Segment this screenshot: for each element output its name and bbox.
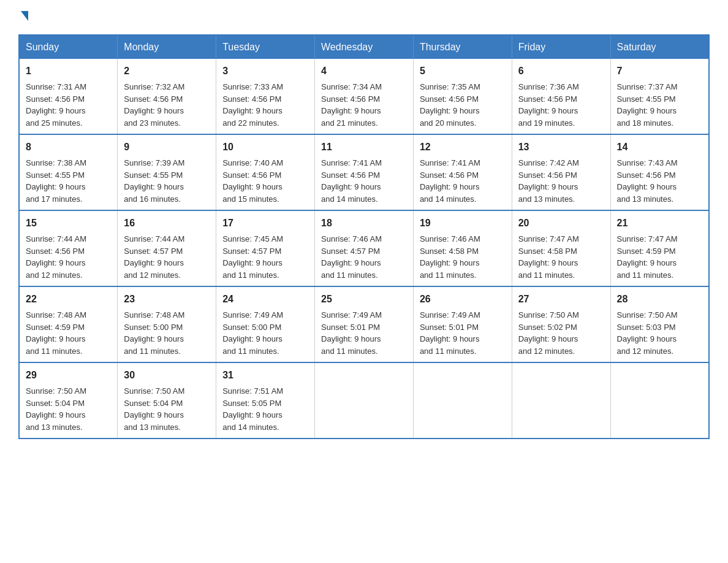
day-sunrise: Sunrise: 7:42 AM xyxy=(518,158,579,167)
day-sunrise: Sunrise: 7:47 AM xyxy=(617,234,678,243)
day-sunset: Sunset: 5:05 PM xyxy=(222,399,281,408)
day-sunset: Sunset: 4:58 PM xyxy=(518,247,577,256)
calendar-day-cell: 23Sunrise: 7:48 AMSunset: 5:00 PMDayligh… xyxy=(118,286,216,362)
day-daylight2: and 11 minutes. xyxy=(420,270,477,280)
day-of-week-header: Wednesday xyxy=(315,35,414,59)
day-daylight: Daylight: 9 hours xyxy=(518,182,578,191)
day-number: 9 xyxy=(124,140,210,155)
day-daylight2: and 15 minutes. xyxy=(222,194,279,204)
day-daylight2: and 13 minutes. xyxy=(124,423,181,432)
day-number: 6 xyxy=(518,64,604,79)
calendar-day-cell: 20Sunrise: 7:47 AMSunset: 4:58 PMDayligh… xyxy=(512,210,610,286)
calendar-day-cell: 5Sunrise: 7:35 AMSunset: 4:56 PMDaylight… xyxy=(413,59,512,134)
calendar-day-cell: 4Sunrise: 7:34 AMSunset: 4:56 PMDaylight… xyxy=(315,59,414,134)
day-daylight: Daylight: 9 hours xyxy=(222,182,282,191)
day-daylight: Daylight: 9 hours xyxy=(222,334,282,343)
day-sunset: Sunset: 4:56 PM xyxy=(617,170,676,180)
day-number: 16 xyxy=(124,216,210,231)
day-daylight2: and 23 minutes. xyxy=(124,118,181,128)
day-sunrise: Sunrise: 7:41 AM xyxy=(420,158,480,167)
calendar-table: SundayMondayTuesdayWednesdayThursdayFrid… xyxy=(18,34,710,439)
day-daylight2: and 11 minutes. xyxy=(420,347,477,356)
calendar-day-cell: 29Sunrise: 7:50 AMSunset: 5:04 PMDayligh… xyxy=(19,362,118,439)
day-sunset: Sunset: 5:01 PM xyxy=(420,323,479,332)
calendar-header-row: SundayMondayTuesdayWednesdayThursdayFrid… xyxy=(19,35,709,59)
day-number: 14 xyxy=(617,140,702,155)
calendar-day-cell: 11Sunrise: 7:41 AMSunset: 4:56 PMDayligh… xyxy=(315,134,414,210)
day-daylight: Daylight: 9 hours xyxy=(124,106,184,115)
day-sunrise: Sunrise: 7:50 AM xyxy=(124,386,184,396)
day-daylight: Daylight: 9 hours xyxy=(321,182,381,191)
day-number: 5 xyxy=(420,64,506,79)
day-sunset: Sunset: 4:56 PM xyxy=(321,94,380,104)
calendar-day-cell: 6Sunrise: 7:36 AMSunset: 4:56 PMDaylight… xyxy=(512,59,610,134)
day-sunset: Sunset: 4:56 PM xyxy=(222,94,281,104)
calendar-day-cell: 30Sunrise: 7:50 AMSunset: 5:04 PMDayligh… xyxy=(118,362,216,439)
day-daylight2: and 11 minutes. xyxy=(124,347,181,356)
day-daylight: Daylight: 9 hours xyxy=(617,258,677,267)
day-sunrise: Sunrise: 7:50 AM xyxy=(26,386,86,396)
day-number: 2 xyxy=(124,64,210,79)
day-daylight2: and 11 minutes. xyxy=(222,270,279,280)
day-sunset: Sunset: 5:03 PM xyxy=(617,323,676,332)
day-daylight: Daylight: 9 hours xyxy=(518,258,578,267)
day-sunset: Sunset: 5:04 PM xyxy=(26,399,85,408)
calendar-day-cell: 10Sunrise: 7:40 AMSunset: 4:56 PMDayligh… xyxy=(216,134,315,210)
calendar-week-row: 22Sunrise: 7:48 AMSunset: 4:59 PMDayligh… xyxy=(19,286,709,362)
calendar-day-cell: 19Sunrise: 7:46 AMSunset: 4:58 PMDayligh… xyxy=(413,210,512,286)
day-number: 21 xyxy=(617,216,702,231)
day-number: 29 xyxy=(26,368,111,383)
day-daylight2: and 11 minutes. xyxy=(321,270,378,280)
day-daylight: Daylight: 9 hours xyxy=(124,334,184,343)
day-number: 31 xyxy=(222,368,308,383)
day-sunset: Sunset: 5:00 PM xyxy=(222,323,281,332)
calendar-day-cell xyxy=(610,362,709,439)
day-sunrise: Sunrise: 7:46 AM xyxy=(321,234,382,243)
calendar-day-cell: 27Sunrise: 7:50 AMSunset: 5:02 PMDayligh… xyxy=(512,286,610,362)
day-number: 11 xyxy=(321,140,407,155)
day-sunset: Sunset: 4:57 PM xyxy=(222,247,281,256)
calendar-day-cell: 8Sunrise: 7:38 AMSunset: 4:55 PMDaylight… xyxy=(19,134,118,210)
day-sunset: Sunset: 5:02 PM xyxy=(518,323,577,332)
day-sunset: Sunset: 4:59 PM xyxy=(26,323,85,332)
day-number: 22 xyxy=(26,292,111,307)
calendar-day-cell: 21Sunrise: 7:47 AMSunset: 4:59 PMDayligh… xyxy=(610,210,709,286)
day-number: 28 xyxy=(617,292,702,307)
day-of-week-header: Monday xyxy=(118,35,216,59)
day-number: 10 xyxy=(222,140,308,155)
day-sunset: Sunset: 4:58 PM xyxy=(420,247,479,256)
calendar-day-cell: 13Sunrise: 7:42 AMSunset: 4:56 PMDayligh… xyxy=(512,134,610,210)
day-daylight2: and 11 minutes. xyxy=(26,347,83,356)
day-daylight2: and 16 minutes. xyxy=(124,194,181,204)
calendar-day-cell: 2Sunrise: 7:32 AMSunset: 4:56 PMDaylight… xyxy=(118,59,216,134)
day-sunrise: Sunrise: 7:44 AM xyxy=(124,234,184,243)
calendar-day-cell: 17Sunrise: 7:45 AMSunset: 4:57 PMDayligh… xyxy=(216,210,315,286)
day-daylight2: and 11 minutes. xyxy=(518,270,575,280)
day-daylight: Daylight: 9 hours xyxy=(124,258,184,267)
day-number: 26 xyxy=(420,292,506,307)
day-number: 30 xyxy=(124,368,210,383)
calendar-day-cell: 16Sunrise: 7:44 AMSunset: 4:57 PMDayligh… xyxy=(118,210,216,286)
day-daylight2: and 18 minutes. xyxy=(617,118,674,128)
calendar-day-cell: 25Sunrise: 7:49 AMSunset: 5:01 PMDayligh… xyxy=(315,286,414,362)
day-daylight: Daylight: 9 hours xyxy=(321,106,381,115)
day-sunset: Sunset: 4:55 PM xyxy=(124,170,183,180)
day-daylight2: and 21 minutes. xyxy=(321,118,378,128)
day-daylight2: and 12 minutes. xyxy=(518,347,575,356)
day-sunset: Sunset: 4:56 PM xyxy=(420,170,479,180)
day-sunset: Sunset: 4:56 PM xyxy=(518,170,577,180)
day-number: 12 xyxy=(420,140,506,155)
day-daylight2: and 12 minutes. xyxy=(617,347,674,356)
day-daylight2: and 12 minutes. xyxy=(124,270,181,280)
day-daylight: Daylight: 9 hours xyxy=(222,106,282,115)
day-daylight2: and 19 minutes. xyxy=(518,118,575,128)
day-sunset: Sunset: 4:57 PM xyxy=(321,247,380,256)
calendar-day-cell: 15Sunrise: 7:44 AMSunset: 4:56 PMDayligh… xyxy=(19,210,118,286)
calendar-day-cell: 26Sunrise: 7:49 AMSunset: 5:01 PMDayligh… xyxy=(413,286,512,362)
day-sunrise: Sunrise: 7:34 AM xyxy=(321,82,382,91)
day-daylight: Daylight: 9 hours xyxy=(26,182,86,191)
day-number: 18 xyxy=(321,216,407,231)
day-sunrise: Sunrise: 7:36 AM xyxy=(518,82,579,91)
day-daylight2: and 17 minutes. xyxy=(26,194,83,204)
day-sunrise: Sunrise: 7:49 AM xyxy=(321,310,382,320)
